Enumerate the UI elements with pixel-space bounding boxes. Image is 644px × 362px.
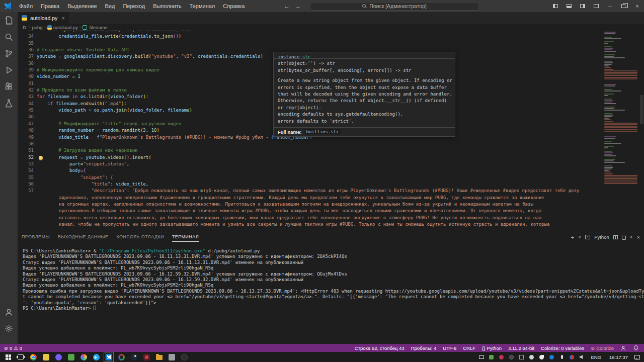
terminal-label[interactable]: Python bbox=[594, 234, 609, 240]
menu-bar: ФайлПравкаВыделениеВидПереходВыполнитьТе… bbox=[15, 0, 249, 12]
action-center-icon[interactable] bbox=[634, 355, 640, 359]
menu-Справка[interactable]: Справка bbox=[219, 0, 249, 12]
tray-white-mini-icon[interactable] bbox=[539, 354, 544, 360]
testing-icon[interactable] bbox=[0, 95, 18, 112]
viber-icon[interactable] bbox=[55, 353, 62, 360]
status-item[interactable]: Пробелы: 4 bbox=[411, 345, 437, 351]
remote-desktop-icon[interactable] bbox=[168, 353, 175, 360]
telegram-icon[interactable] bbox=[93, 353, 100, 360]
editor-scrollbar[interactable] bbox=[640, 95, 643, 124]
chrome-icon[interactable] bbox=[30, 353, 37, 360]
menu-Файл[interactable]: Файл bbox=[15, 0, 37, 12]
menu-Вид[interactable]: Вид bbox=[101, 0, 119, 12]
code-line: на огромных картах, наполненных опасност… bbox=[18, 202, 644, 208]
ring-app-icon[interactable] bbox=[118, 353, 125, 360]
layout-secondary-sidebar-icon[interactable] bbox=[576, 0, 590, 12]
tray-bluetooth-icon[interactable] bbox=[549, 354, 554, 360]
minimap[interactable] bbox=[603, 31, 639, 232]
run-debug-icon[interactable] bbox=[0, 62, 18, 78]
layout-sidebar-icon[interactable] bbox=[549, 0, 562, 12]
split-terminal-icon[interactable] bbox=[613, 235, 618, 239]
nav-back-icon[interactable]: ← bbox=[284, 3, 290, 10]
line-number: 41 bbox=[18, 81, 37, 87]
notepad-icon[interactable] bbox=[42, 353, 49, 360]
keyboard-language[interactable]: ENG bbox=[591, 354, 601, 360]
status-item[interactable]: UTF-8 bbox=[443, 345, 456, 351]
color-wheel-icon[interactable] bbox=[80, 353, 87, 360]
menu-Переход[interactable]: Переход bbox=[119, 0, 149, 12]
start-icon[interactable] bbox=[5, 353, 12, 360]
menu-Терминал[interactable]: Терминал bbox=[186, 0, 219, 12]
maximize-panel-icon[interactable]: ∧ bbox=[630, 235, 633, 239]
extensions-icon[interactable] bbox=[0, 78, 18, 95]
feedback-icon[interactable] bbox=[620, 345, 626, 351]
code-line: 57 "description": "Добро пожаловать на н… bbox=[18, 188, 644, 195]
layout-customize-icon[interactable] bbox=[590, 0, 603, 12]
dark-app-icon[interactable] bbox=[181, 353, 188, 360]
notifications-bell-icon[interactable] bbox=[633, 345, 639, 351]
terminal-output[interactable]: PS C:\Users\ZankinMaster> & "C:/Program … bbox=[18, 242, 644, 311]
settings-gear-icon[interactable] bbox=[0, 320, 18, 337]
minimize-button[interactable]: – bbox=[603, 0, 617, 12]
terminal-line: ': 'youtube.quota', 'reason': 'quotaExce… bbox=[23, 300, 644, 306]
terminal-line: Видео успешно добавлено в плейлист: PL_w… bbox=[23, 265, 644, 271]
menu-Правка[interactable]: Правка bbox=[37, 0, 63, 12]
problems-status[interactable]: ⊘ 0 ⚠ 0 bbox=[4, 345, 22, 351]
tray-volume-icon[interactable] bbox=[579, 354, 585, 360]
breadcrumb-item[interactable]: autoload.py bbox=[53, 25, 78, 30]
search-sidebar-icon[interactable] bbox=[0, 29, 18, 45]
layout-panel-icon[interactable] bbox=[562, 0, 576, 12]
breadcrumb-item[interactable]: pubg bbox=[32, 25, 43, 30]
status-item[interactable]: ⊘Colorize bbox=[591, 345, 614, 351]
tray-green-mini-icon[interactable] bbox=[489, 354, 494, 360]
tray-red-mini-icon[interactable] bbox=[499, 354, 504, 360]
terminal-line: Видео успешно добавлено в плейлист: PL_w… bbox=[23, 283, 644, 288]
code-line: 55 "snippet": { bbox=[18, 175, 644, 182]
tab-close-icon[interactable]: × bbox=[61, 15, 64, 21]
tray-g-app-icon[interactable] bbox=[569, 354, 575, 360]
close-button[interactable]: × bbox=[630, 0, 644, 12]
tray-monitor-icon[interactable] bbox=[478, 354, 484, 360]
status-item[interactable]: {}Python bbox=[482, 345, 502, 351]
close-panel-icon[interactable]: × bbox=[637, 234, 640, 240]
source-control-icon[interactable] bbox=[0, 45, 18, 62]
panel-tab-ПРОБЛЕМЫ[interactable]: ПРОБЛЕМЫ bbox=[22, 232, 50, 242]
panel-tab-ТЕРМИНАЛ[interactable]: ТЕРМИНАЛ bbox=[172, 232, 199, 242]
tray-square-mini-icon[interactable] bbox=[519, 354, 524, 360]
panel-tab-ВЫХОДНЫЕ ДАННЫЕ[interactable]: ВЫХОДНЫЕ ДАННЫЕ bbox=[58, 232, 109, 242]
status-item[interactable]: CRLF bbox=[463, 345, 475, 351]
kill-terminal-icon[interactable] bbox=[622, 236, 626, 240]
status-item[interactable]: Строка 52, столбец 43 bbox=[355, 345, 405, 351]
terminal-dropdown-icon[interactable]: ∨ bbox=[578, 235, 581, 239]
tray-dark-mini-icon[interactable] bbox=[509, 354, 514, 360]
task-view-icon[interactable] bbox=[17, 353, 24, 360]
menu-Выделение[interactable]: Выделение bbox=[63, 0, 101, 12]
explorer-icon[interactable] bbox=[155, 353, 163, 360]
menu-Выполнить[interactable]: Выполнить bbox=[149, 0, 185, 12]
search-box[interactable]: Поиск [Администратор] bbox=[310, 2, 479, 11]
restore-button[interactable] bbox=[617, 0, 630, 12]
breadcrumb-item[interactable]: D: bbox=[23, 25, 28, 30]
code-editor[interactable]: 33 with open(CREDENTIALS_FILE, "w") as c… bbox=[18, 31, 644, 232]
breadcrumb-item[interactable]: filename bbox=[90, 25, 108, 30]
explorer-icon[interactable] bbox=[0, 12, 18, 29]
tray-microphone-icon[interactable] bbox=[559, 354, 565, 360]
line-number: 42 bbox=[18, 87, 37, 94]
lightbulb-icon[interactable] bbox=[39, 156, 43, 160]
taskbar-clock[interactable]: 16:17:37 bbox=[609, 354, 628, 360]
status-item[interactable]: Colorize: 0 variables bbox=[541, 345, 584, 351]
line-number: 57 bbox=[18, 188, 37, 195]
panel-tab-КОНСОЛЬ ОТЛАДКИ[interactable]: КОНСОЛЬ ОТЛАДКИ bbox=[116, 232, 164, 242]
terminal-line: PS C:\Users\ZankinMaster> & "C:/Program … bbox=[23, 248, 644, 254]
vscode-icon[interactable] bbox=[105, 353, 112, 360]
nav-forward-icon[interactable]: → bbox=[295, 3, 301, 10]
new-terminal-icon[interactable]: + bbox=[571, 234, 574, 240]
tab-autoload-py[interactable]: autoload.py × bbox=[18, 12, 69, 24]
status-item[interactable]: 3.11.2 64-bit bbox=[508, 345, 534, 351]
tray-steam-mini-icon[interactable] bbox=[529, 354, 534, 360]
account-icon[interactable] bbox=[0, 304, 18, 320]
green-app-icon[interactable] bbox=[67, 353, 74, 360]
steam-icon[interactable] bbox=[130, 353, 137, 360]
red-app-icon[interactable] bbox=[143, 353, 150, 360]
search-icon bbox=[362, 4, 367, 9]
